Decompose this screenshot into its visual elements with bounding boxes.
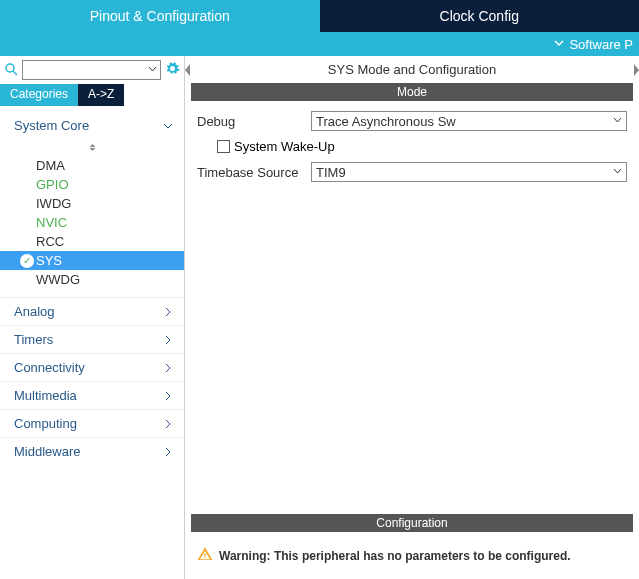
warning-text: Warning: This peripheral has no paramete… [219, 549, 571, 563]
tree-item-iwdg[interactable]: IWDG [0, 194, 184, 213]
category-system-core[interactable]: System Core [0, 112, 184, 139]
category-computing[interactable]: Computing [0, 409, 184, 437]
tree-item-wwdg[interactable]: WWDG [0, 270, 184, 289]
chevron-down-icon [613, 167, 622, 178]
tree-item-rcc[interactable]: RCC [0, 232, 184, 251]
debug-value: Trace Asynchronous Sw [316, 114, 456, 129]
tree-item-sys[interactable]: ✓ SYS [0, 251, 184, 270]
tree-item-dma[interactable]: DMA [0, 156, 184, 175]
panel-handle-left[interactable] [185, 60, 192, 80]
sort-toggle[interactable] [0, 141, 184, 156]
category-analog[interactable]: Analog [0, 297, 184, 325]
panel-handle-right[interactable] [632, 60, 639, 80]
configuration-section-header: Configuration [191, 514, 633, 532]
timebase-value: TIM9 [316, 165, 346, 180]
gear-icon[interactable] [165, 61, 180, 79]
chevron-right-icon [162, 362, 174, 374]
category-tree: System Core DMA GPIO IWDG NVIC RCC ✓ SYS… [0, 106, 184, 579]
tab-pinout-configuration[interactable]: Pinout & Configuration [0, 0, 320, 32]
search-input[interactable] [22, 60, 161, 80]
category-label: Analog [14, 304, 54, 319]
category-label: Timers [14, 332, 53, 347]
chevron-down-icon [162, 120, 174, 132]
debug-label: Debug [197, 114, 307, 129]
tree-item-nvic[interactable]: NVIC [0, 213, 184, 232]
system-wakeup-checkbox[interactable] [217, 140, 230, 153]
content-panel: SYS Mode and Configuration Mode Debug Tr… [185, 56, 639, 579]
software-packs-link[interactable]: Software P [569, 37, 633, 52]
search-icon [4, 62, 18, 79]
tree-item-gpio[interactable]: GPIO [0, 175, 184, 194]
tree-item-label: SYS [36, 253, 62, 268]
check-icon: ✓ [20, 254, 34, 268]
chevron-down-icon [613, 116, 622, 127]
category-connectivity[interactable]: Connectivity [0, 353, 184, 381]
chevron-right-icon [162, 306, 174, 318]
svg-line-1 [13, 71, 17, 75]
system-wakeup-label: System Wake-Up [234, 139, 335, 154]
category-label: Computing [14, 416, 77, 431]
category-timers[interactable]: Timers [0, 325, 184, 353]
chevron-down-icon [553, 37, 565, 52]
content-title: SYS Mode and Configuration [185, 56, 639, 83]
chevron-down-icon [148, 65, 157, 76]
chevron-right-icon [162, 334, 174, 346]
timebase-select[interactable]: TIM9 [311, 162, 627, 182]
category-middleware[interactable]: Middleware [0, 437, 184, 465]
chevron-right-icon [162, 446, 174, 458]
category-label: Connectivity [14, 360, 85, 375]
category-multimedia[interactable]: Multimedia [0, 381, 184, 409]
category-label: Middleware [14, 444, 80, 459]
tab-clock-configuration[interactable]: Clock Config [320, 0, 640, 32]
chevron-right-icon [162, 390, 174, 402]
tab-categories[interactable]: Categories [0, 84, 78, 106]
chevron-right-icon [162, 418, 174, 430]
sidebar: Categories A->Z System Core DMA GPIO IWD… [0, 56, 185, 579]
debug-select[interactable]: Trace Asynchronous Sw [311, 111, 627, 131]
svg-point-0 [6, 64, 14, 72]
warning-icon [197, 546, 213, 565]
category-label: System Core [14, 118, 89, 133]
mode-section-header: Mode [191, 83, 633, 101]
tab-a-to-z[interactable]: A->Z [78, 84, 124, 106]
category-label: Multimedia [14, 388, 77, 403]
timebase-label: Timebase Source [197, 165, 307, 180]
